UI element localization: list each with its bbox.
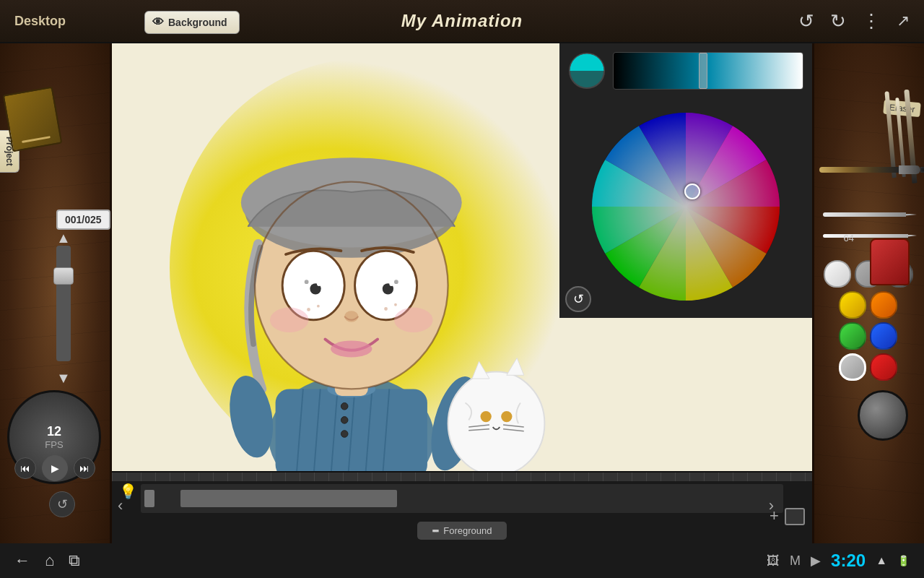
svg-point-29	[317, 305, 320, 308]
desk-right: Eraser 64	[812, 43, 924, 543]
app-title: My Animation	[401, 11, 523, 31]
keyframe-1[interactable]	[144, 490, 154, 507]
frame-up-button[interactable]: ▲	[56, 230, 71, 246]
timeline-prev-button[interactable]: ‹	[112, 493, 128, 518]
home-button[interactable]: ⌂	[45, 551, 54, 570]
color-picker-overlay[interactable]: ↺	[559, 43, 812, 318]
play-button[interactable]: ▶	[42, 455, 68, 481]
paintbrush-decoration	[819, 163, 920, 177]
loop-button[interactable]: ↺	[49, 491, 75, 517]
redo-button[interactable]: ↻	[830, 10, 846, 33]
timeline-track[interactable]	[141, 484, 783, 513]
svg-point-28	[307, 308, 310, 311]
frame-thumb	[785, 508, 805, 525]
svg-point-38	[501, 411, 512, 422]
wifi-icon: ▲	[876, 554, 887, 567]
background-tab-label: Background	[168, 17, 227, 28]
inkpen-decoration	[823, 210, 917, 220]
svg-point-27	[394, 308, 433, 332]
size-knob[interactable]	[858, 390, 908, 441]
color-picker-header	[559, 43, 812, 98]
hue-indicator[interactable]	[568, 52, 606, 90]
svg-marker-36	[507, 358, 524, 375]
paint-can[interactable]	[870, 238, 913, 289]
fps-value: 12	[47, 424, 61, 439]
timeline-ruler	[112, 473, 812, 481]
grid-icon: ▪▪▪	[432, 525, 437, 536]
svg-point-48	[592, 113, 780, 301]
svg-point-9	[341, 403, 348, 410]
screenshot-icon[interactable]: 🖼	[767, 553, 780, 569]
share-button[interactable]: ↗	[897, 12, 910, 30]
notebook-decoration	[3, 87, 63, 152]
status-right: 🖼 M ▶ 3:20 ▲ 🔋	[767, 551, 910, 571]
svg-point-22	[305, 280, 309, 284]
color-wheel[interactable]	[578, 98, 794, 315]
jar-orange[interactable]	[870, 291, 897, 319]
svg-point-34	[448, 371, 545, 471]
desk-left: Project 001/025 ▲ ▼ 12 FPS ⏮ ▶ ⏭ ↺	[0, 43, 112, 543]
back-button[interactable]: ←	[14, 551, 30, 570]
transport-controls: ⏮ ▶ ⏭	[14, 455, 95, 481]
jar-yellow[interactable]	[839, 291, 866, 319]
frame-counter: 001/025	[56, 210, 110, 230]
foreground-label: Foreground	[443, 525, 492, 536]
jar-red[interactable]	[870, 353, 897, 381]
svg-point-30	[384, 307, 388, 311]
status-bar: ← ⌂ ⧉ 🖼 M ▶ 3:20 ▲ 🔋	[0, 543, 924, 578]
svg-point-26	[270, 308, 309, 332]
svg-point-25	[331, 340, 372, 357]
undo-button[interactable]: ↺	[798, 10, 814, 33]
desktop-label: Desktop	[14, 14, 66, 29]
brightness-thumb[interactable]	[699, 53, 707, 89]
prev-frame-button[interactable]: ⏮	[14, 457, 36, 479]
fps-label: FPS	[45, 439, 63, 450]
media-icon[interactable]: ▶	[811, 553, 821, 569]
svg-point-23	[394, 280, 398, 284]
timeline-area: 💡 ‹ ▪▪▪ Foreground › +	[112, 471, 812, 543]
status-time: 3:20	[831, 551, 866, 571]
svg-point-21	[389, 282, 393, 286]
jar-blue[interactable]	[870, 322, 897, 350]
color-reset-button[interactable]: ↺	[565, 286, 591, 312]
svg-marker-35	[472, 361, 489, 379]
svg-point-31	[394, 303, 397, 306]
apps-button[interactable]: ⧉	[69, 551, 80, 570]
top-right-icons: ↺ ↻ ⋮ ↗	[798, 10, 910, 33]
color-wheel-cursor[interactable]	[684, 184, 700, 199]
menu-button[interactable]: ⋮	[862, 10, 881, 33]
paint-jars	[816, 260, 920, 384]
character-illustration	[134, 51, 624, 471]
size-label: 64	[844, 233, 854, 243]
frame-slider-thumb[interactable]	[53, 267, 74, 285]
jar-green[interactable]	[839, 322, 866, 350]
next-frame-button[interactable]: ⏭	[74, 457, 95, 479]
add-icon: +	[770, 506, 779, 525]
jar-white[interactable]	[824, 260, 851, 288]
app-container: Desktop My Animation ↺ ↻ ⋮ ↗ 👁 Backgroun…	[0, 0, 924, 543]
timeline-controls: ▪▪▪ Foreground	[112, 516, 812, 545]
add-frame-button[interactable]: +	[770, 506, 805, 525]
brightness-slider[interactable]	[613, 52, 803, 90]
frame-down-button[interactable]: ▼	[56, 370, 71, 387]
svg-point-20	[317, 282, 321, 286]
color-wheel-svg	[578, 98, 794, 315]
svg-point-37	[481, 411, 492, 422]
nav-buttons: ← ⌂ ⧉	[14, 551, 80, 570]
email-icon[interactable]: M	[790, 553, 801, 569]
background-tab[interactable]: 👁 Background	[144, 11, 240, 34]
foreground-tab[interactable]: ▪▪▪ Foreground	[417, 522, 506, 540]
keyframe-2[interactable]	[180, 490, 397, 507]
svg-point-11	[341, 431, 348, 438]
frame-slider[interactable]	[56, 246, 71, 361]
svg-point-10	[341, 417, 348, 424]
battery-icon: 🔋	[897, 555, 910, 566]
eye-icon: 👁	[152, 16, 164, 29]
jar-selected[interactable]	[839, 353, 866, 381]
top-bar: Desktop My Animation ↺ ↻ ⋮ ↗	[0, 0, 924, 43]
